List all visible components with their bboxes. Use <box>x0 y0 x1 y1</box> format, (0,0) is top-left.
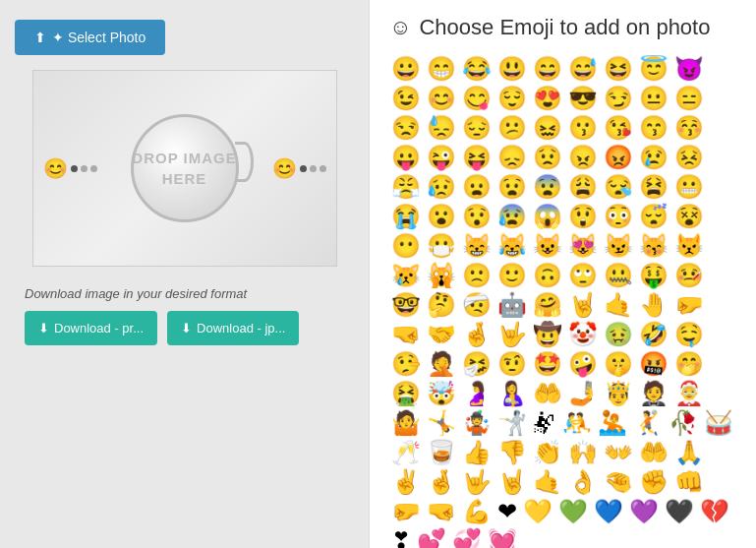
emoji-item[interactable]: 🤟 <box>495 321 529 348</box>
emoji-item[interactable]: 😪 <box>602 173 635 201</box>
emoji-item[interactable]: 💜 <box>627 498 661 525</box>
emoji-item[interactable]: 🤝 <box>425 321 458 348</box>
emoji-item[interactable]: 😦 <box>460 173 494 201</box>
emoji-item[interactable]: 😅 <box>566 55 600 83</box>
emoji-item[interactable]: 🥁 <box>702 409 735 437</box>
emoji-item[interactable]: 👌 <box>566 468 600 496</box>
emoji-item[interactable]: 😎 <box>566 85 600 112</box>
emoji-item[interactable]: 🤒 <box>672 262 706 289</box>
emoji-item[interactable]: 🙁 <box>460 262 494 289</box>
emoji-item[interactable]: 🤧 <box>460 350 494 378</box>
emoji-item[interactable]: 🙌 <box>566 439 600 466</box>
emoji-item[interactable]: 😝 <box>460 144 494 171</box>
emoji-item[interactable]: 🤷 <box>389 409 423 437</box>
emoji-item[interactable]: 😿 <box>389 262 423 289</box>
emoji-item[interactable]: 😁 <box>425 55 458 83</box>
emoji-item[interactable]: 🤱 <box>495 380 529 407</box>
emoji-item[interactable]: 💚 <box>556 498 590 525</box>
emoji-item[interactable]: 🤕 <box>460 291 494 319</box>
emoji-item[interactable]: 😻 <box>566 232 600 260</box>
emoji-item[interactable]: 🤏 <box>602 468 635 496</box>
emoji-item[interactable]: 🤖 <box>495 291 529 319</box>
emoji-item[interactable]: 🤠 <box>531 321 564 348</box>
emoji-item[interactable]: 👊 <box>672 468 706 496</box>
emoji-item[interactable]: 😮 <box>425 203 458 230</box>
emoji-item[interactable]: 😬 <box>672 173 706 201</box>
emoji-item[interactable]: 🤑 <box>637 262 670 289</box>
emoji-item[interactable]: 😡 <box>602 144 635 171</box>
select-photo-button[interactable]: ⬆ ✦ Select Photo <box>15 20 165 55</box>
emoji-item[interactable]: 😠 <box>566 144 600 171</box>
emoji-item[interactable]: 🤞 <box>425 468 458 496</box>
emoji-item[interactable]: 🤵 <box>637 380 670 407</box>
emoji-item[interactable]: 💞 <box>450 527 484 548</box>
emoji-item[interactable]: 😔 <box>460 114 494 142</box>
emoji-item[interactable]: 💛 <box>521 498 554 525</box>
emoji-item[interactable]: 🤺 <box>495 409 529 437</box>
emoji-item[interactable]: 😵 <box>672 203 706 230</box>
emoji-item[interactable]: 😟 <box>531 144 564 171</box>
emoji-item[interactable]: 🤲 <box>531 380 564 407</box>
emoji-item[interactable]: 🤨 <box>495 350 529 378</box>
emoji-item[interactable]: 😭 <box>389 203 423 230</box>
emoji-item[interactable]: 🤙 <box>531 468 564 496</box>
emoji-item[interactable]: 😱 <box>531 203 564 230</box>
emoji-item[interactable]: 🤸 <box>425 409 458 437</box>
emoji-item[interactable]: 😐 <box>637 85 670 112</box>
emoji-item[interactable]: 👎 <box>495 439 529 466</box>
emoji-item[interactable]: 🤛 <box>672 291 706 319</box>
emoji-item[interactable]: 😕 <box>495 114 529 142</box>
emoji-item[interactable]: 🤤 <box>672 321 706 348</box>
emoji-item[interactable]: 😳 <box>602 203 635 230</box>
emoji-item[interactable]: 😓 <box>425 114 458 142</box>
emoji-item[interactable]: 🤛 <box>389 498 423 525</box>
emoji-item[interactable]: ❤ <box>495 498 519 525</box>
emoji-item[interactable]: ✊ <box>637 468 670 496</box>
emoji-item[interactable]: 😰 <box>495 203 529 230</box>
emoji-item[interactable]: 😗 <box>566 114 600 142</box>
emoji-item[interactable]: 🤘 <box>566 291 600 319</box>
emoji-item[interactable]: 😈 <box>672 55 706 83</box>
emoji-item[interactable]: 😑 <box>672 85 706 112</box>
emoji-item[interactable]: 😙 <box>637 114 670 142</box>
emoji-item[interactable]: 🤪 <box>566 350 600 378</box>
emoji-item[interactable]: 🤻 <box>531 409 558 437</box>
emoji-item[interactable]: 💔 <box>698 498 731 525</box>
emoji-item[interactable]: 🤭 <box>672 350 706 378</box>
emoji-item[interactable]: 😒 <box>389 114 423 142</box>
emoji-item[interactable]: 🤐 <box>602 262 635 289</box>
emoji-item[interactable]: 🥂 <box>389 439 423 466</box>
emoji-item[interactable]: 🤟 <box>460 468 494 496</box>
emoji-item[interactable]: 😋 <box>460 85 494 112</box>
emoji-item[interactable]: 🙏 <box>672 439 706 466</box>
emoji-item[interactable]: 😚 <box>672 114 706 142</box>
emoji-item[interactable]: 😷 <box>425 232 458 260</box>
emoji-item[interactable]: 🙄 <box>566 262 600 289</box>
emoji-item[interactable]: 🤓 <box>389 291 423 319</box>
emoji-item[interactable]: 😆 <box>602 55 635 83</box>
emoji-item[interactable]: 😥 <box>425 173 458 201</box>
emoji-item[interactable]: 🤳 <box>566 380 600 407</box>
emoji-item[interactable]: 😢 <box>637 144 670 171</box>
emoji-item[interactable]: 🤼 <box>560 409 594 437</box>
emoji-item[interactable]: 🙂 <box>495 262 529 289</box>
emoji-item[interactable]: 🤦 <box>425 350 458 378</box>
emoji-item[interactable]: 🤫 <box>602 350 635 378</box>
emoji-item[interactable]: 🤯 <box>425 380 458 407</box>
emoji-item[interactable]: 🤜 <box>425 498 458 525</box>
emoji-item[interactable]: 🤮 <box>389 380 423 407</box>
emoji-item[interactable]: 🤞 <box>460 321 494 348</box>
emoji-item[interactable]: 😤 <box>389 173 423 201</box>
emoji-item[interactable]: 😄 <box>531 55 564 83</box>
emoji-item[interactable]: 👐 <box>602 439 635 466</box>
download-jpg-button[interactable]: ⬇ Download - jp... <box>167 311 299 345</box>
emoji-item[interactable]: 😀 <box>389 55 423 83</box>
emoji-item[interactable]: 🥀 <box>667 409 700 437</box>
emoji-item[interactable]: 🖤 <box>663 498 696 525</box>
emoji-item[interactable]: 😜 <box>425 144 458 171</box>
emoji-item[interactable]: 👍 <box>460 439 494 466</box>
emoji-item[interactable]: 🤹 <box>460 409 494 437</box>
emoji-item[interactable]: 😾 <box>672 232 706 260</box>
emoji-item[interactable]: 😛 <box>389 144 423 171</box>
emoji-item[interactable]: 😘 <box>602 114 635 142</box>
